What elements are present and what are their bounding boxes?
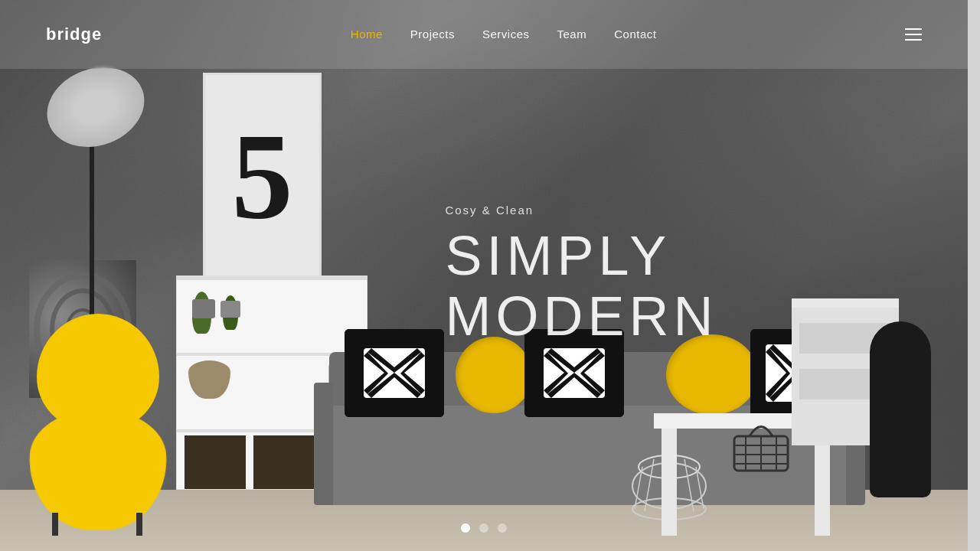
pillow-yellow1	[456, 337, 532, 413]
hamburger-line-1	[905, 28, 922, 30]
nav-link-services[interactable]: Services	[482, 28, 530, 41]
slider-dot-2[interactable]	[479, 523, 488, 533]
nav-link-contact[interactable]: Contact	[614, 28, 656, 41]
nav-link-projects[interactable]: Projects	[410, 28, 455, 41]
nav-item-team[interactable]: Team	[557, 28, 587, 41]
yellow-chair	[29, 314, 182, 528]
hero-title-line2: MODERN	[445, 286, 717, 347]
hero-title: SIMPLY MODERN	[445, 226, 717, 347]
site-logo[interactable]: bridge	[46, 24, 102, 44]
hero-subtitle: Cosy & Clean	[445, 204, 717, 217]
nav-item-services[interactable]: Services	[482, 28, 530, 41]
pillow-bw1	[345, 329, 444, 417]
lamp-head	[36, 54, 155, 160]
slider-dot-3[interactable]	[498, 523, 507, 533]
nav-links: Home Projects Services Team Contact	[351, 28, 657, 41]
nav-item-contact[interactable]: Contact	[614, 28, 656, 41]
navbar: bridge Home Projects Services Team	[0, 0, 968, 69]
hero-content: Cosy & Clean SIMPLY MODERN	[445, 204, 717, 347]
chair-seat	[26, 409, 171, 530]
number-poster: 5	[203, 73, 322, 279]
nav-item-home[interactable]: Home	[351, 28, 383, 41]
slider-dot-1[interactable]	[461, 523, 470, 533]
hamburger-line-3	[905, 39, 922, 41]
browser-window: 5	[0, 0, 980, 551]
hero-title-line1: SIMPLY	[445, 225, 671, 286]
hamburger-line-2	[905, 34, 922, 35]
nav-item-projects[interactable]: Projects	[410, 28, 455, 41]
hero-section: 5	[0, 0, 968, 551]
site-wrapper: 5	[0, 0, 968, 551]
black-basket	[730, 413, 792, 474]
nav-link-team[interactable]: Team	[557, 28, 587, 41]
table-leg-left	[662, 429, 677, 536]
slider-dots	[461, 523, 507, 533]
dark-chair-right	[862, 321, 939, 551]
nav-link-home[interactable]: Home	[351, 28, 383, 41]
hamburger-menu[interactable]	[905, 28, 922, 41]
